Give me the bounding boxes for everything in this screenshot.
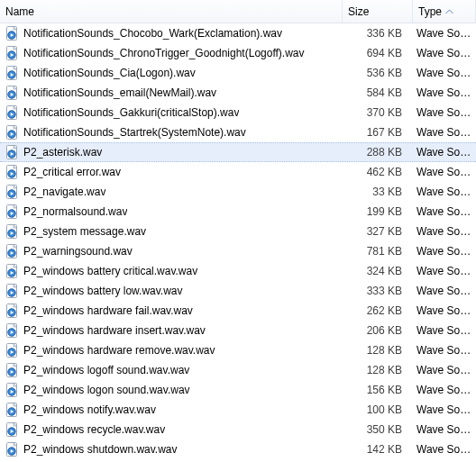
file-name: NotificationSounds_Gakkuri(criticalStop)… xyxy=(23,106,239,119)
file-list[interactable]: NotificationSounds_Chocobo_Wark(Exclamat… xyxy=(0,23,476,459)
table-row[interactable]: P2_normalsound.wav 199 KB Wave Sound xyxy=(0,202,476,222)
table-row[interactable]: P2_system message.wav 327 KB Wave Sound xyxy=(0,222,476,241)
file-type: Wave Sound xyxy=(411,364,474,376)
wav-file-icon xyxy=(5,303,20,318)
file-size: 142 KB xyxy=(341,443,411,456)
table-row[interactable]: NotificationSounds_Cia(Logon).wav 536 KB… xyxy=(0,63,476,83)
column-name[interactable]: Name xyxy=(0,0,343,23)
file-size: 199 KB xyxy=(341,205,411,218)
table-row[interactable]: P2_windows logoff sound.wav.wav 128 KB W… xyxy=(0,360,476,380)
wav-file-icon xyxy=(5,105,20,120)
table-row[interactable]: NotificationSounds_ChronoTrigger_Goodnig… xyxy=(0,43,476,63)
file-type: Wave Sound xyxy=(411,27,474,40)
column-size[interactable]: Size xyxy=(343,0,413,23)
table-row[interactable]: P2_critical error.wav 462 KB Wave Sound xyxy=(0,162,476,182)
file-name: P2_windows battery low.wav.wav xyxy=(23,285,183,297)
file-size: 206 KB xyxy=(341,324,411,337)
table-row[interactable]: P2_windows logon sound.wav.wav 156 KB Wa… xyxy=(0,380,476,400)
file-name: P2_system message.wav xyxy=(23,225,146,238)
file-name: P2_windows notify.wav.wav xyxy=(23,403,156,416)
file-type: Wave Sound xyxy=(411,443,474,456)
file-size: 100 KB xyxy=(341,403,411,416)
file-name: P2_windows logon sound.wav.wav xyxy=(23,384,190,396)
wav-file-icon xyxy=(5,46,20,60)
file-size: 167 KB xyxy=(341,126,411,139)
wav-file-icon xyxy=(5,363,20,377)
file-size: 584 KB xyxy=(341,86,411,99)
file-name: P2_windows recycle.wav.wav xyxy=(23,423,165,436)
file-name: NotificationSounds_email(NewMail).wav xyxy=(23,86,216,99)
wav-file-icon xyxy=(5,383,20,397)
file-type: Wave Sound xyxy=(411,384,474,396)
file-size: 462 KB xyxy=(341,166,411,178)
table-row[interactable]: NotificationSounds_Chocobo_Wark(Exclamat… xyxy=(0,23,476,43)
file-type: Wave Sound xyxy=(411,67,474,79)
file-name: NotificationSounds_Chocobo_Wark(Exclamat… xyxy=(23,27,282,40)
file-size: 336 KB xyxy=(341,27,411,40)
file-type: Wave Sound xyxy=(411,47,474,59)
file-size: 350 KB xyxy=(341,423,411,436)
column-type[interactable]: Type xyxy=(413,0,476,23)
table-row[interactable]: NotificationSounds_email(NewMail).wav 58… xyxy=(0,83,476,103)
column-size-label: Size xyxy=(348,5,369,18)
file-size: 327 KB xyxy=(341,225,411,238)
file-name: P2_normalsound.wav xyxy=(23,205,127,218)
wav-file-icon xyxy=(5,86,20,100)
file-name: P2_windows hardware insert.wav.wav xyxy=(23,324,206,337)
wav-file-icon xyxy=(5,403,20,417)
table-row[interactable]: P2_windows recycle.wav.wav 350 KB Wave S… xyxy=(0,420,476,439)
file-type: Wave Sound xyxy=(411,126,474,139)
file-type: Wave Sound xyxy=(411,344,474,357)
file-size: 288 KB xyxy=(341,146,411,159)
file-type: Wave Sound xyxy=(411,205,474,218)
table-row[interactable]: NotificationSounds_Gakkuri(criticalStop)… xyxy=(0,103,476,122)
wav-file-icon xyxy=(5,442,20,457)
table-row[interactable]: P2_windows battery critical.wav.wav 324 … xyxy=(0,261,476,281)
file-size: 262 KB xyxy=(341,304,411,317)
file-type: Wave Sound xyxy=(411,225,474,238)
file-type: Wave Sound xyxy=(411,146,474,159)
wav-file-icon xyxy=(5,185,20,199)
file-type: Wave Sound xyxy=(411,324,474,337)
file-size: 128 KB xyxy=(341,344,411,357)
wav-file-icon xyxy=(5,343,20,358)
file-type: Wave Sound xyxy=(411,285,474,297)
wav-file-icon xyxy=(5,125,20,140)
file-type: Wave Sound xyxy=(411,106,474,119)
file-type: Wave Sound xyxy=(411,423,474,436)
file-name: P2_windows logoff sound.wav.wav xyxy=(23,364,189,376)
wav-file-icon xyxy=(5,284,20,298)
file-name: NotificationSounds_Cia(Logon).wav xyxy=(23,67,196,79)
file-type: Wave Sound xyxy=(411,403,474,416)
file-size: 781 KB xyxy=(341,245,411,258)
file-name: NotificationSounds_ChronoTrigger_Goodnig… xyxy=(23,47,305,59)
table-row[interactable]: P2_windows hardware insert.wav.wav 206 K… xyxy=(0,321,476,340)
table-row[interactable]: P2_windows shutdown.wav.wav 142 KB Wave … xyxy=(0,439,476,459)
table-row[interactable]: P2_windows notify.wav.wav 100 KB Wave So… xyxy=(0,400,476,420)
wav-file-icon xyxy=(5,26,20,41)
table-row[interactable]: P2_warningsound.wav 781 KB Wave Sound xyxy=(0,241,476,261)
table-row[interactable]: P2_navigate.wav 33 KB Wave Sound xyxy=(0,182,476,202)
table-row[interactable]: P2_windows hardware fail.wav.wav 262 KB … xyxy=(0,301,476,321)
file-size: 694 KB xyxy=(341,47,411,59)
wav-file-icon xyxy=(5,244,20,258)
file-name: P2_windows battery critical.wav.wav xyxy=(23,265,197,277)
table-row[interactable]: P2_asterisk.wav 288 KB Wave Sound xyxy=(0,142,476,162)
wav-file-icon xyxy=(5,224,20,239)
file-size: 324 KB xyxy=(341,265,411,277)
column-name-label: Name xyxy=(5,5,34,18)
file-type: Wave Sound xyxy=(411,186,474,198)
wav-file-icon xyxy=(5,145,20,159)
table-row[interactable]: P2_windows hardware remove.wav.wav 128 K… xyxy=(0,340,476,360)
file-name: P2_critical error.wav xyxy=(23,166,121,178)
file-name: P2_windows shutdown.wav.wav xyxy=(23,443,178,456)
table-row[interactable]: P2_windows battery low.wav.wav 333 KB Wa… xyxy=(0,281,476,301)
file-name: NotificationSounds_Startrek(SystemNote).… xyxy=(23,126,246,139)
file-type: Wave Sound xyxy=(411,166,474,178)
file-size: 33 KB xyxy=(341,186,411,198)
wav-file-icon xyxy=(5,422,20,437)
file-name: P2_warningsound.wav xyxy=(23,245,133,258)
file-size: 156 KB xyxy=(341,384,411,396)
table-row[interactable]: NotificationSounds_Startrek(SystemNote).… xyxy=(0,122,476,142)
wav-file-icon xyxy=(5,165,20,179)
